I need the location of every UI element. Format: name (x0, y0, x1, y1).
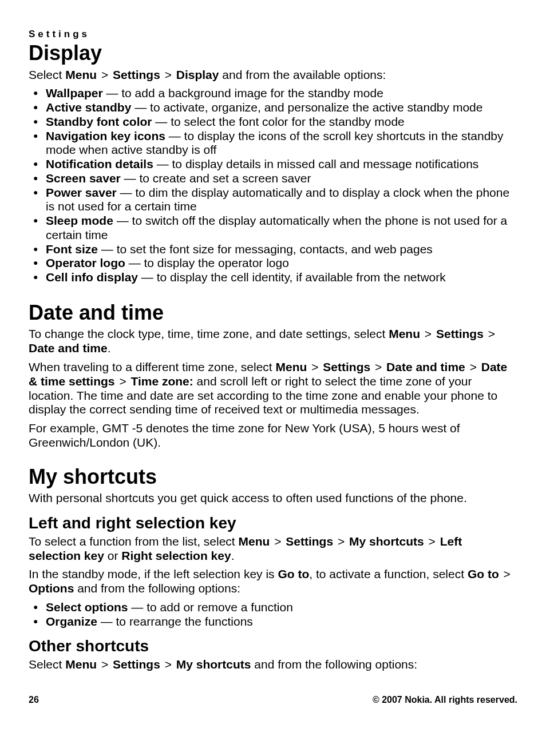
list-item: Select options — to add or remove a func… (46, 600, 517, 615)
list-item: Screen saver — to create and set a scree… (46, 172, 517, 186)
lr-p1: To select a function from the list, sele… (29, 535, 517, 563)
datetime-heading: Date and time (29, 301, 517, 325)
display-options-list: Wallpaper — to add a background image fo… (29, 86, 517, 285)
list-item: Sleep mode — to switch off the display a… (46, 214, 517, 242)
page-footer: 26 © 2007 Nokia. All rights reserved. (29, 695, 517, 706)
list-item: Organize — to rearrange the functions (46, 615, 517, 629)
section-header: Settings (29, 29, 517, 40)
list-item: Operator logo — to display the operator … (46, 256, 517, 270)
datetime-p2: When traveling to a different time zone,… (29, 360, 517, 417)
page-number: 26 (29, 695, 39, 706)
list-item: Standby font color — to select the font … (46, 115, 517, 129)
other-shortcuts-p1: Select Menu > Settings > My shortcuts an… (29, 658, 517, 672)
list-item: Cell info display — to display the cell … (46, 270, 517, 285)
list-item: Navigation key icons — to display the ic… (46, 129, 517, 158)
datetime-p1: To change the clock type, time, time zon… (29, 327, 517, 356)
copyright: © 2007 Nokia. All rights reserved. (373, 695, 517, 706)
lr-options-list: Select options — to add or remove a func… (29, 600, 517, 629)
display-intro: Select Menu > Settings > Display and fro… (29, 68, 517, 82)
list-item: Notification details — to display detail… (46, 157, 517, 172)
list-item: Active standby — to activate, organize, … (46, 101, 517, 115)
shortcuts-heading: My shortcuts (29, 465, 517, 489)
list-item: Font size — to set the font size for mes… (46, 242, 517, 257)
lr-p2: In the standby mode, if the left selecti… (29, 567, 517, 596)
other-shortcuts-heading: Other shortcuts (29, 636, 517, 655)
datetime-p3: For example, GMT -5 denotes the time zon… (29, 421, 517, 450)
lr-selection-heading: Left and right selection key (29, 514, 517, 532)
list-item: Power saver — to dim the display automat… (46, 186, 517, 214)
list-item: Wallpaper — to add a background image fo… (46, 86, 517, 101)
display-heading: Display (29, 41, 517, 65)
shortcuts-intro: With personal shortcuts you get quick ac… (29, 491, 517, 506)
